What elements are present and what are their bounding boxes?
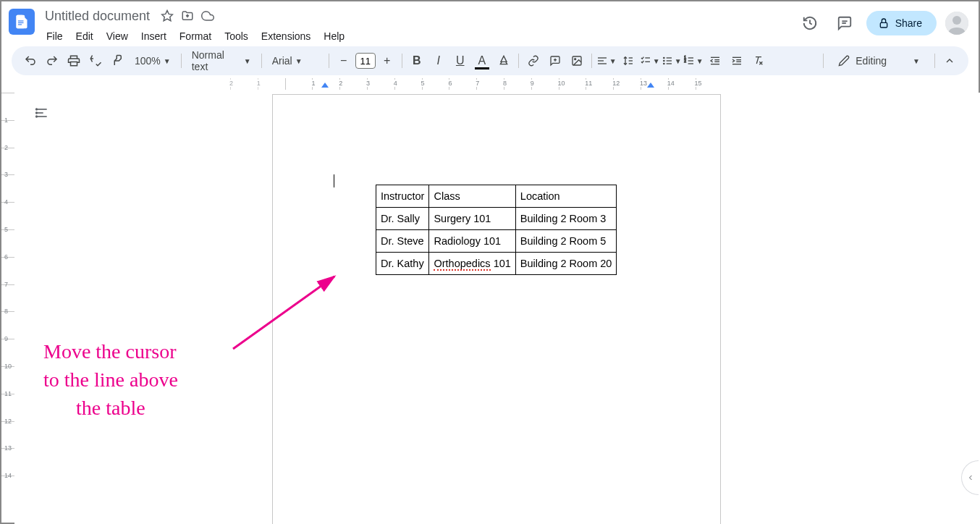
annotation-text: Move the cursor to the line above the ta… [43, 337, 178, 423]
left-indent-marker[interactable] [321, 83, 329, 88]
svg-point-48 [36, 116, 38, 117]
table-cell[interactable]: Surgery 101 [429, 208, 515, 230]
svg-point-46 [36, 109, 38, 110]
annotation-line-2: to the line above [43, 365, 178, 394]
horizontal-ruler[interactable]: 21123456789101112131415 [30, 78, 980, 90]
text-color-button[interactable]: A [472, 51, 492, 71]
table-header-cell[interactable]: Instructor [376, 185, 429, 208]
table-cell[interactable]: Dr. Steve [376, 230, 429, 253]
content-area: 1234567891011121314 InstructorClassLocat… [0, 93, 980, 524]
text-cursor [334, 174, 334, 187]
annotation-line-1: Move the cursor [43, 337, 178, 365]
table-cell[interactable]: Radiology 101 [429, 230, 515, 253]
annotation-line-3: the table [43, 394, 178, 422]
table-cell[interactable]: Orthopedics 101 [429, 253, 515, 275]
table-header-cell[interactable]: Class [429, 185, 515, 208]
highlight-color-button[interactable] [494, 51, 514, 71]
vertical-ruler[interactable]: 1234567891011121314 [1, 93, 14, 524]
table-cell[interactable]: Building 2 Room 5 [515, 230, 617, 253]
document-table[interactable]: InstructorClassLocationDr. SallySurgery … [376, 185, 617, 275]
svg-point-47 [36, 112, 38, 114]
document-page[interactable]: InstructorClassLocationDr. SallySurgery … [272, 94, 721, 524]
table-header-cell[interactable]: Location [515, 185, 617, 208]
table-row[interactable]: Dr. SallySurgery 101Building 2 Room 3 [376, 208, 617, 230]
page-content[interactable]: InstructorClassLocationDr. SallySurgery … [273, 95, 720, 318]
outline-toggle-button[interactable] [30, 101, 54, 124]
table-cell[interactable]: Dr. Kathy [376, 253, 429, 275]
right-indent-marker[interactable] [647, 83, 654, 88]
table-row[interactable]: Dr. KathyOrthopedics 101Building 2 Room … [376, 253, 617, 275]
table-cell[interactable]: Dr. Sally [376, 208, 429, 230]
table-cell[interactable]: Building 2 Room 3 [515, 208, 617, 230]
document-canvas: InstructorClassLocationDr. SallySurgery … [14, 93, 980, 524]
chevron-left-icon [966, 473, 975, 482]
table-cell[interactable]: Building 2 Room 20 [515, 253, 617, 275]
table-row[interactable]: Dr. SteveRadiology 101Building 2 Room 5 [376, 230, 617, 253]
